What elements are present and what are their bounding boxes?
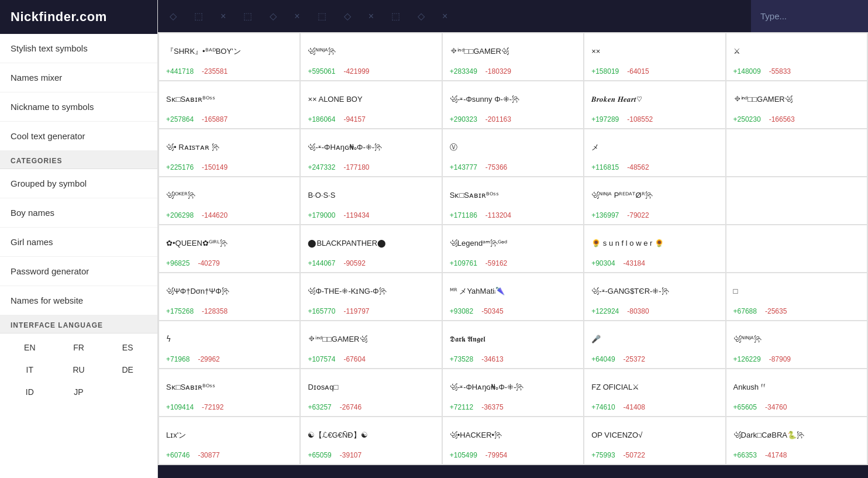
card-item[interactable]: ꧁-⁜-GANG$TЄR-⁜-꧂+122924-80380: [584, 273, 725, 320]
card-nickname: ꧁-⁜-ΦHᴀŋɢ₦ₒΦ-⁜-꧂: [450, 375, 576, 400]
card-item[interactable]: ϟ+71968-29962: [159, 321, 299, 368]
card-nickname: ⬤BLACKPANTHER⬤: [308, 231, 434, 256]
lang-es[interactable]: ES: [105, 338, 150, 357]
stat-negative: -41408: [624, 403, 645, 411]
stat-positive: +148009: [733, 67, 761, 75]
card-item[interactable]: ꧁ΨΦ†Dσn†ΨΦ꧂+175268-128358: [159, 273, 299, 320]
card-stats: +74610-41408: [591, 403, 718, 411]
nav-nickname-to-symbols[interactable]: Nickname to symbols: [0, 92, 157, 122]
search-input[interactable]: [751, 0, 868, 32]
card-item[interactable]: Sᴋ□Sᴀʙɪʀᴮᴼˢˢ+171186-113204: [443, 177, 583, 224]
card-stats: +136997-79022: [591, 211, 718, 219]
card-stats: +96825-40279: [166, 259, 292, 267]
lang-ru[interactable]: RU: [56, 360, 102, 379]
card-item[interactable]: [726, 225, 867, 272]
card-item[interactable]: Ankush ᶠᶠ+65605-34760: [726, 369, 867, 416]
card-item[interactable]: ꧁•HACKER•꧂+105499-79954: [443, 417, 583, 464]
card-item[interactable]: Dɪᴏsᴀq□+63257-26746: [301, 369, 441, 416]
lang-id[interactable]: ID: [7, 383, 53, 401]
card-item[interactable]: ꧁-⁜-ΦHᴀŋɢ₦ₒΦ-⁜-꧂+247332-177180: [301, 129, 441, 176]
card-item[interactable]: ꧁Φ-THE-⁜-KɪNG-Φ꧂+165770-119797: [301, 273, 441, 320]
nav-cool-text[interactable]: Cool text generator: [0, 122, 157, 151]
card-item[interactable]: [726, 129, 867, 176]
card-item[interactable]: メ+116815-48562: [584, 129, 725, 176]
card-item[interactable]: ᴹᴿ メYahMatiᵢ🌂+93082-50345: [443, 273, 583, 320]
card-nickname: ᪣ⁱⁿᵈ□□GAMER꧁: [733, 87, 860, 112]
lang-jp[interactable]: JP: [56, 383, 102, 401]
card-item[interactable]: Sᴋ□Sᴀʙɪʀᴮᴼˢˢ+109414-72192: [159, 369, 299, 416]
nav-stylish-text[interactable]: Stylish text symbols: [0, 34, 157, 63]
stat-positive: +126229: [733, 355, 761, 363]
card-item[interactable]: [726, 177, 867, 224]
stat-positive: +250230: [733, 115, 761, 123]
lang-en[interactable]: EN: [7, 338, 53, 357]
card-item[interactable]: Sᴋ□Sᴀʙɪʀᴮᴼˢˢ+257864-165887: [159, 81, 299, 128]
card-item[interactable]: ꧁Legendᵃᵐ꧂ᴳᵒᵈ+109761-59162: [443, 225, 583, 272]
stat-positive: +71968: [166, 355, 190, 363]
card-item[interactable]: 『SHRK』•ᴮᴬᴰBOY'ン+441718-235581: [159, 33, 299, 80]
card-item[interactable]: 𝑩𝒓𝒐𝒌𝒆𝒏 𝑯𝒆𝒂𝒓𝒕♡+197289-108552: [584, 81, 725, 128]
card-item[interactable]: ✿•QUEEN✿ᴳᴵᴿᴸ꧂+96825-40279: [159, 225, 299, 272]
card-stats: +126229-87909: [733, 355, 860, 363]
stat-positive: +105499: [450, 451, 477, 459]
card-nickname: メ: [591, 135, 718, 160]
card-nickname: □: [733, 279, 860, 304]
header-area: ◇ ⬚ × ⬚ ◇ × ⬚ ◇ × ⬚ ◇ ×: [158, 0, 868, 32]
card-item[interactable]: Ⓥ+143777-75366: [443, 129, 583, 176]
stat-positive: +93082: [450, 307, 473, 315]
card-item[interactable]: 🎤+64049-25372: [584, 321, 725, 368]
card-nickname: ꧁Legendᵃᵐ꧂ᴳᵒᵈ: [450, 231, 576, 256]
card-item[interactable]: ×× +158019-64015: [584, 33, 725, 80]
nav-grouped-by-symbol[interactable]: Grouped by symbol: [0, 169, 157, 198]
stat-negative: -34760: [765, 403, 787, 411]
lang-it[interactable]: IT: [7, 360, 53, 379]
nav-names-for-website[interactable]: Names for website: [0, 286, 157, 315]
card-stats: +93082-50345: [450, 307, 576, 315]
card-item[interactable]: □+67688-25635: [726, 273, 867, 320]
card-nickname: 🎤: [591, 327, 718, 352]
card-item[interactable]: ᪣ⁱⁿᵈ□□GAMER꧁+283349-180329: [443, 33, 583, 80]
card-item[interactable]: FZ OFICIAL⚔+74610-41408: [584, 369, 725, 416]
card-item[interactable]: ⚔+148009-55833: [726, 33, 867, 80]
card-nickname: ×× ALONE BOY: [308, 87, 434, 112]
stat-positive: +74610: [591, 403, 615, 411]
card-item[interactable]: ☯【ℒ€G€ÑÐ】☯+65059-39107: [301, 417, 441, 464]
card-stats: +66353-41748: [733, 451, 860, 459]
card-item[interactable]: ꧁-⁜-ΦHᴀŋɢ₦ₒΦ-⁜-꧂+72112-36375: [443, 369, 583, 416]
nav-names-mixer[interactable]: Names mixer: [0, 63, 157, 92]
card-item[interactable]: ꧁• Rᴀɪsᴛᴀʀ ꧂+225176-150149: [159, 129, 299, 176]
card-item[interactable]: ꧁Dark□CøBRA🐍꧂+66353-41748: [726, 417, 867, 464]
card-item[interactable]: ꧁-⁜-Φsunny Φ-⁜-꧂+290323-201163: [443, 81, 583, 128]
card-item[interactable]: ꧁ᴶᴼᴷᴱᴿ꧂+206298-144620: [159, 177, 299, 224]
lang-de[interactable]: DE: [105, 360, 150, 379]
stat-negative: -26746: [340, 403, 361, 411]
card-nickname: Lɪx'ン: [166, 423, 292, 448]
card-item[interactable]: B·O·S·S+179000-119434: [301, 177, 441, 224]
stat-negative: -144620: [202, 211, 228, 219]
logo[interactable]: Nickfinder.com: [0, 0, 157, 34]
card-item[interactable]: ꧁ᴺᴵᴺᴶᴬ꧂+595061-421999: [301, 33, 441, 80]
card-item[interactable]: ⬤BLACKPANTHER⬤+144067-90592: [301, 225, 441, 272]
card-nickname: 🌻 s u n f l o w e r 🌻: [591, 231, 718, 256]
nav-girl-names[interactable]: Girl names: [0, 228, 157, 257]
card-nickname: ꧁-⁜-GANG$TЄR-⁜-꧂: [591, 279, 718, 304]
card-item[interactable]: ×× ALONE BOY+186064-94157: [301, 81, 441, 128]
card-item[interactable]: ᪣ⁱⁿᵈ□□GAMER꧁+250230-166563: [726, 81, 867, 128]
card-nickname: Ⓥ: [450, 135, 576, 160]
card-item[interactable]: ꧁ᴺᴵᴺᴶᴬ꧂+126229-87909: [726, 321, 867, 368]
lang-fr[interactable]: FR: [56, 338, 102, 357]
card-item[interactable]: 🌻 s u n f l o w e r 🌻+90304-43184: [584, 225, 725, 272]
stat-negative: -119797: [343, 307, 369, 315]
nav-password-generator[interactable]: Password generator: [0, 257, 157, 286]
nav-boy-names[interactable]: Boy names: [0, 198, 157, 228]
stat-negative: -180329: [485, 67, 511, 75]
card-stats: +143777-75366: [450, 163, 576, 171]
card-item[interactable]: ꧁ᴺᴵᴺᴶᴬ PᴿᴱᴰᴬᵀØᴿ꧂+136997-79022: [584, 177, 725, 224]
stat-positive: +67688: [733, 307, 757, 315]
card-item[interactable]: ᪣ⁱⁿᵈ□□GAMER꧁+107574-67604: [301, 321, 441, 368]
card-item[interactable]: 𝕯𝖆𝖗𝖐 𝕬𝖓𝖌𝖊𝖑+73528-34613: [443, 321, 583, 368]
card-item[interactable]: Lɪx'ン+60746-30877: [159, 417, 299, 464]
stat-negative: -421999: [343, 67, 369, 75]
card-item[interactable]: OP VICENZO√+75993-50722: [584, 417, 725, 464]
card-nickname: 𝕯𝖆𝖗𝖐 𝕬𝖓𝖌𝖊𝖑: [450, 327, 576, 352]
